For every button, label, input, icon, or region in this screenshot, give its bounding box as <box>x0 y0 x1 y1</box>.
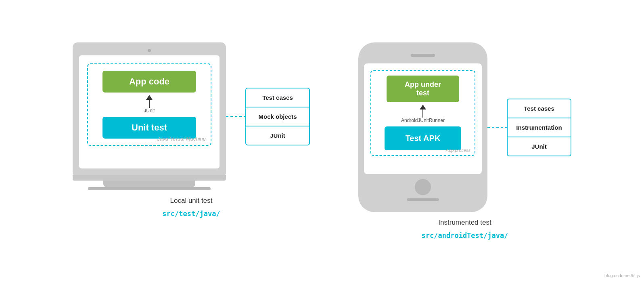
laptop-screen: App code JUnit Unit test Java Virtual Ma… <box>73 42 226 175</box>
phone-speaker <box>411 54 435 57</box>
app-under-test-label: App under test <box>405 80 441 97</box>
test-apk-box: Test APK <box>385 126 461 150</box>
laptop-foot <box>88 187 211 190</box>
laptop-camera <box>148 49 151 52</box>
left-section: App code JUnit Unit test Java Virtual Ma… <box>73 42 310 218</box>
arrow-line-right <box>422 109 423 118</box>
android-junit-runner-label: AndroidJUnitRunner <box>401 118 445 123</box>
jvm-label: Java Virtual Machine <box>157 136 206 142</box>
diagram-container: App code JUnit Unit test Java Virtual Ma… <box>56 34 588 248</box>
left-panel-row-1: Mock objects <box>246 107 309 126</box>
app-code-box: App code <box>102 71 196 93</box>
watermark: blog.csdn.net/tit.js <box>604 273 640 278</box>
phone-bottom-bar <box>407 198 439 201</box>
phone-screen: App under test AndroidJUnitRunner Test A… <box>364 63 482 174</box>
right-panel-row-2: JUnit <box>508 137 571 156</box>
app-process-container: App under test AndroidJUnitRunner Test A… <box>370 70 475 156</box>
left-panel-row-0: Test cases <box>246 88 309 107</box>
right-panel-row-1: Instrumentation <box>508 118 571 137</box>
left-test-panel: Test cases Mock objects JUnit <box>245 88 310 145</box>
right-section-label: Instrumented test <box>438 219 491 227</box>
right-section-path: src/androidTest/java/ <box>422 231 508 240</box>
laptop-screen-inner: App code JUnit Unit test Java Virtual Ma… <box>79 55 220 168</box>
left-section-path: src/test/java/ <box>162 210 220 218</box>
dashed-line-right <box>487 127 508 128</box>
phone-area: App under test AndroidJUnitRunner Test A… <box>358 42 571 212</box>
right-section: App under test AndroidJUnitRunner Test A… <box>358 42 571 240</box>
app-under-test-box: App under test <box>387 76 460 102</box>
left-connector <box>226 116 246 117</box>
laptop: App code JUnit Unit test Java Virtual Ma… <box>73 42 226 190</box>
arrow-up-icon-right <box>420 105 426 109</box>
phone-home-button <box>415 179 431 195</box>
laptop-area: App code JUnit Unit test Java Virtual Ma… <box>73 42 310 190</box>
right-test-panel: Test cases Instrumentation JUnit <box>507 99 571 156</box>
unit-test-box: Unit test <box>102 117 196 139</box>
junit-label: JUnit <box>144 108 155 114</box>
laptop-stand <box>103 181 195 187</box>
junit-arrow: JUnit <box>94 95 204 114</box>
right-panel-row-0: Test cases <box>508 99 571 118</box>
jvm-container: App code JUnit Unit test Java Virtual Ma… <box>87 63 211 146</box>
left-section-label: Local unit test <box>170 197 213 205</box>
android-junit-runner-arrow: AndroidJUnitRunner <box>376 105 470 124</box>
left-panel-row-2: JUnit <box>246 126 309 145</box>
arrow-up-icon <box>146 95 153 100</box>
laptop-base <box>73 175 226 181</box>
right-connector <box>487 127 508 128</box>
arrow-line <box>149 100 150 108</box>
app-process-label: App process <box>446 148 470 153</box>
dashed-line-left <box>226 116 246 117</box>
phone: App under test AndroidJUnitRunner Test A… <box>358 42 487 212</box>
